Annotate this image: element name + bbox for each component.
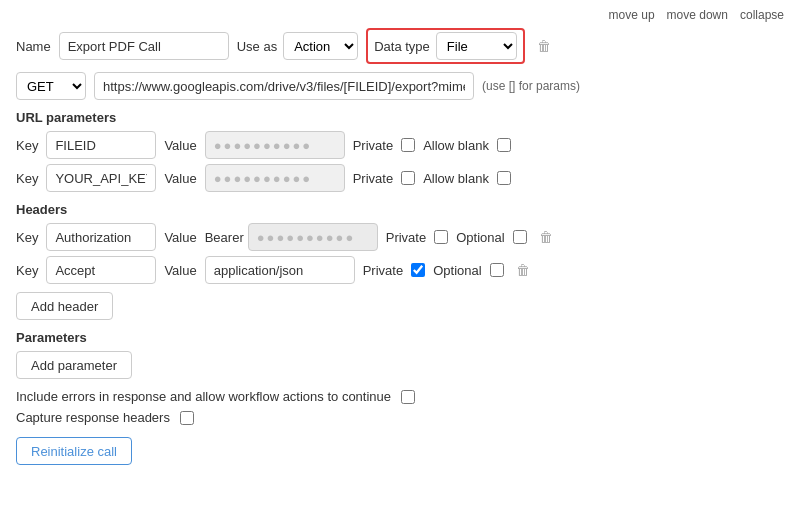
name-row: Name Use as Action Trigger Data type Fil… [16,28,784,64]
move-down-link[interactable]: move down [667,8,728,22]
header-value-label-1: Value [164,230,196,245]
api-call-editor: move up move down collapse Name Use as A… [0,0,800,481]
header-key-input-1[interactable] [46,223,156,251]
header-key-input-2[interactable] [46,256,156,284]
header-optional-check-1 [513,230,527,244]
url-param-key-input-1[interactable] [46,131,156,159]
url-param-row-2: Key Value Private Allow blank [16,164,784,192]
data-type-label: Data type [374,39,430,54]
use-as-select[interactable]: Action Trigger [283,32,358,60]
url-param-allow-blank-label-1: Allow blank [423,138,489,153]
reinitialize-button[interactable]: Reinitialize call [16,437,132,465]
data-type-group: Data type File Text Number [366,28,525,64]
url-param-value-label-2: Value [164,171,196,186]
url-param-private-label-1: Private [353,138,393,153]
url-params-title: URL parameters [16,110,784,125]
include-errors-row: Include errors in response and allow wor… [16,389,784,404]
url-param-private-label-2: Private [353,171,393,186]
collapse-link[interactable]: collapse [740,8,784,22]
capture-headers-checkbox[interactable] [180,411,194,425]
url-param-allow-blank-checkbox-2[interactable] [497,171,511,185]
url-param-value-input-2[interactable] [205,164,345,192]
header-private-checkbox-1[interactable] [434,230,448,244]
header-row-2: Key Value Private Optional 🗑 [16,256,784,284]
top-actions: move up move down collapse [16,8,784,22]
header-value-input-2[interactable] [205,256,355,284]
header-private-label-1: Private [386,230,426,245]
delete-header-1-icon[interactable]: 🗑 [539,229,553,245]
header-private-check-1 [434,230,448,244]
add-parameter-button[interactable]: Add parameter [16,351,132,379]
header-optional-checkbox-1[interactable] [513,230,527,244]
header-optional-label-1: Optional [456,230,504,245]
header-optional-check-2 [490,263,504,277]
bearer-value-input[interactable] [248,223,378,251]
url-row: GET POST PUT DELETE PATCH (use [] for pa… [16,72,784,100]
url-param-allow-blank-label-2: Allow blank [423,171,489,186]
header-key-label-2: Key [16,263,38,278]
delete-header-2-icon[interactable]: 🗑 [516,262,530,278]
include-errors-checkbox[interactable] [401,390,415,404]
move-up-link[interactable]: move up [609,8,655,22]
headers-title: Headers [16,202,784,217]
url-param-private-check-1 [401,138,415,152]
method-select[interactable]: GET POST PUT DELETE PATCH [16,72,86,100]
url-param-private-checkbox-1[interactable] [401,138,415,152]
capture-headers-row: Capture response headers [16,410,784,425]
url-param-allow-blank-check-2 [497,171,511,185]
url-param-key-label-1: Key [16,138,38,153]
url-param-key-input-2[interactable] [46,164,156,192]
parameters-title: Parameters [16,330,784,345]
url-param-key-label-2: Key [16,171,38,186]
header-private-label-2: Private [363,263,403,278]
add-header-row: Add header [16,292,784,320]
url-param-allow-blank-check-1 [497,138,511,152]
name-input[interactable] [59,32,229,60]
header-private-checkbox-2[interactable] [411,263,425,277]
delete-call-icon[interactable]: 🗑 [537,38,551,54]
add-parameter-row: Add parameter [16,351,784,379]
url-param-value-label-1: Value [164,138,196,153]
data-type-select[interactable]: File Text Number [436,32,517,60]
url-param-value-input-1[interactable] [205,131,345,159]
url-param-allow-blank-checkbox-1[interactable] [497,138,511,152]
capture-headers-label: Capture response headers [16,410,170,425]
header-optional-checkbox-2[interactable] [490,263,504,277]
header-optional-label-2: Optional [433,263,481,278]
header-value-label-2: Value [164,263,196,278]
reinit-row: Reinitialize call [16,437,784,465]
add-header-button[interactable]: Add header [16,292,113,320]
header-key-label-1: Key [16,230,38,245]
url-param-private-checkbox-2[interactable] [401,171,415,185]
use-as-label: Use as [237,39,277,54]
url-param-private-check-2 [401,171,415,185]
url-param-row-1: Key Value Private Allow blank [16,131,784,159]
name-label: Name [16,39,51,54]
header-private-check-2 [411,263,425,277]
include-errors-label: Include errors in response and allow wor… [16,389,391,404]
bearer-text: Bearer [205,230,244,245]
header-row-1: Key Value Bearer Private Optional 🗑 [16,223,784,251]
use-as-group: Use as Action Trigger [237,32,358,60]
url-hint: (use [] for params) [482,79,580,93]
url-input[interactable] [94,72,474,100]
